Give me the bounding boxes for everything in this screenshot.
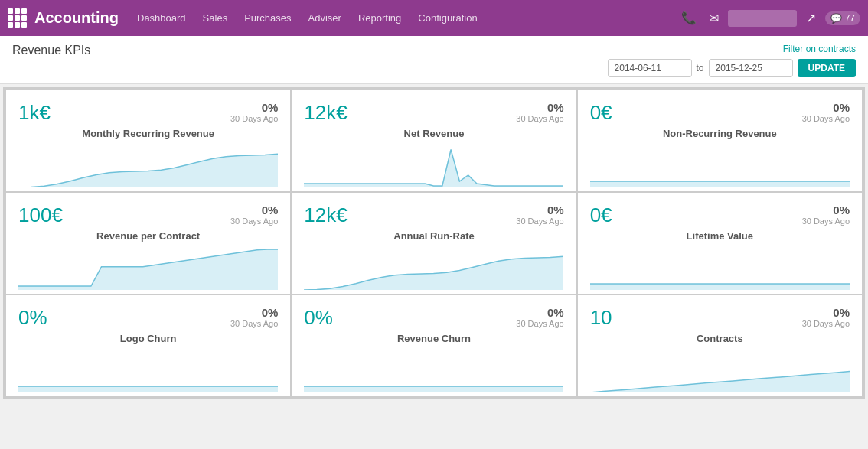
kpi-percent-logo-churn: 0% [230, 306, 278, 319]
kpi-stats-lifetime-value: 0% 30 Days Ago [802, 203, 850, 226]
brand[interactable]: Accounting [8, 8, 119, 28]
kpi-label-net-revenue: Net Revenue [304, 128, 563, 139]
kpi-card-logo-churn[interactable]: 0% 0% 30 Days Ago Logo Churn [6, 295, 290, 396]
nav-item-sales[interactable]: Sales [195, 8, 236, 28]
kpi-stats-mrr: 0% 30 Days Ago [230, 101, 278, 123]
kpi-value-contracts: 10 [590, 306, 612, 330]
page-title: Revenue KPIs [12, 44, 90, 57]
kpi-percent-lifetime-value: 0% [802, 203, 850, 216]
kpi-top-row: 0% 0% 30 Days Ago [18, 306, 278, 330]
kpi-label-mrr: Monthly Recurring Revenue [18, 128, 278, 139]
kpi-chart-mrr [18, 145, 278, 191]
kpi-value-lifetime-value: 0€ [590, 203, 612, 227]
external-link-icon[interactable]: ↗ [803, 8, 819, 28]
kpi-card-revenue-churn[interactable]: 0% 0% 30 Days Ago Revenue Churn [292, 295, 576, 396]
kpi-percent-revenue-per-contract: 0% [230, 203, 278, 216]
kpi-card-lifetime-value[interactable]: 0€ 0% 30 Days Ago Lifetime Value [578, 193, 862, 294]
topnav-actions: 📞 ✉ ↗ 💬 77 [678, 8, 860, 28]
kpi-chart-lifetime-value [590, 248, 850, 294]
notification-badge[interactable]: 💬 77 [825, 11, 860, 25]
kpi-label-revenue-churn: Revenue Churn [304, 333, 563, 344]
mail-icon[interactable]: ✉ [706, 8, 722, 28]
update-button[interactable]: UPDATE [798, 59, 856, 77]
header-controls: Filter on contracts to UPDATE [608, 44, 856, 77]
kpi-percent-mrr: 0% [230, 101, 278, 114]
kpi-value-revenue-churn: 0% [304, 306, 333, 330]
kpi-label-non-recurring: Non-Recurring Revenue [590, 128, 850, 139]
nav-item-adviser[interactable]: Adviser [301, 8, 349, 28]
kpi-stats-revenue-per-contract: 0% 30 Days Ago [230, 203, 278, 226]
date-range-controls: to UPDATE [608, 59, 856, 77]
kpi-top-row: 0€ 0% 30 Days Ago [590, 101, 850, 125]
kpi-card-net-revenue[interactable]: 12k€ 0% 30 Days Ago Net Revenue [292, 90, 576, 191]
kpi-days-net-revenue: 30 Days Ago [516, 114, 563, 123]
kpi-label-annual-run-rate: Annual Run-Rate [304, 230, 563, 242]
search-input[interactable] [728, 10, 797, 27]
kpi-chart-revenue-churn [304, 350, 563, 396]
kpi-chart-annual-run-rate [304, 248, 563, 294]
filter-on-contracts-link[interactable]: Filter on contracts [783, 44, 856, 54]
kpi-stats-non-recurring: 0% 30 Days Ago [802, 101, 850, 123]
kpi-stats-revenue-churn: 0% 30 Days Ago [516, 306, 563, 328]
kpi-days-contracts: 30 Days Ago [802, 319, 850, 328]
kpi-chart-revenue-per-contract [18, 248, 278, 294]
nav-item-dashboard[interactable]: Dashboard [129, 8, 194, 28]
kpi-days-non-recurring: 30 Days Ago [802, 114, 850, 123]
kpi-value-revenue-per-contract: 100€ [18, 203, 63, 227]
kpi-top-row: 12k€ 0% 30 Days Ago [304, 203, 563, 227]
kpi-stats-contracts: 0% 30 Days Ago [802, 306, 850, 328]
kpi-stats-logo-churn: 0% 30 Days Ago [230, 306, 278, 328]
kpi-top-row: 12k€ 0% 30 Days Ago [304, 101, 563, 125]
app-menu-icon[interactable] [8, 8, 27, 28]
kpi-days-revenue-per-contract: 30 Days Ago [230, 216, 278, 226]
kpi-chart-non-recurring [590, 145, 850, 191]
kpi-label-contracts: Contracts [590, 333, 850, 344]
kpi-card-mrr[interactable]: 1k€ 0% 30 Days Ago Monthly Recurring Rev… [6, 90, 290, 191]
kpi-card-non-recurring[interactable]: 0€ 0% 30 Days Ago Non-Recurring Revenue [578, 90, 862, 191]
kpi-value-net-revenue: 12k€ [304, 101, 347, 125]
date-from-input[interactable] [608, 59, 692, 77]
phone-icon[interactable]: 📞 [678, 8, 700, 28]
kpi-value-annual-run-rate: 12k€ [304, 203, 347, 227]
kpi-top-row: 100€ 0% 30 Days Ago [18, 203, 278, 227]
kpi-stats-annual-run-rate: 0% 30 Days Ago [516, 203, 563, 226]
kpi-top-row: 0€ 0% 30 Days Ago [590, 203, 850, 227]
kpi-days-lifetime-value: 30 Days Ago [802, 216, 850, 226]
to-label: to [697, 63, 704, 73]
kpi-days-revenue-churn: 30 Days Ago [516, 319, 563, 328]
brand-name: Accounting [34, 9, 119, 27]
kpi-value-mrr: 1k€ [18, 101, 51, 125]
kpi-chart-net-revenue [304, 145, 563, 191]
kpi-label-lifetime-value: Lifetime Value [590, 230, 850, 242]
kpi-percent-revenue-churn: 0% [516, 306, 563, 319]
kpi-label-revenue-per-contract: Revenue per Contract [18, 230, 278, 242]
kpi-chart-contracts [590, 350, 850, 396]
kpi-chart-logo-churn [18, 350, 278, 396]
kpi-top-row: 10 0% 30 Days Ago [590, 306, 850, 330]
kpi-top-row: 0% 0% 30 Days Ago [304, 306, 563, 330]
kpi-card-annual-run-rate[interactable]: 12k€ 0% 30 Days Ago Annual Run-Rate [292, 193, 576, 294]
page-header: Revenue KPIs Filter on contracts to UPDA… [0, 36, 868, 84]
nav-item-configuration[interactable]: Configuration [410, 8, 485, 28]
kpi-top-row: 1k€ 0% 30 Days Ago [18, 101, 278, 125]
kpi-percent-annual-run-rate: 0% [516, 203, 563, 216]
top-navigation: Accounting Dashboard Sales Purchases Adv… [0, 0, 868, 36]
kpi-percent-net-revenue: 0% [516, 101, 563, 114]
date-to-input[interactable] [709, 59, 793, 77]
kpi-days-logo-churn: 30 Days Ago [230, 319, 278, 328]
kpi-label-logo-churn: Logo Churn [18, 333, 278, 344]
nav-item-reporting[interactable]: Reporting [351, 8, 409, 28]
kpi-card-revenue-per-contract[interactable]: 100€ 0% 30 Days Ago Revenue per Contract [6, 193, 290, 294]
kpi-percent-contracts: 0% [802, 306, 850, 319]
nav-item-purchases[interactable]: Purchases [237, 8, 299, 28]
kpi-grid: 1k€ 0% 30 Days Ago Monthly Recurring Rev… [3, 87, 865, 399]
kpi-stats-net-revenue: 0% 30 Days Ago [516, 101, 563, 123]
kpi-value-non-recurring: 0€ [590, 101, 612, 125]
kpi-days-mrr: 30 Days Ago [230, 114, 278, 123]
kpi-days-annual-run-rate: 30 Days Ago [516, 216, 563, 226]
kpi-percent-non-recurring: 0% [802, 101, 850, 114]
kpi-card-contracts[interactable]: 10 0% 30 Days Ago Contracts [578, 295, 862, 396]
kpi-value-logo-churn: 0% [18, 306, 47, 330]
nav-menu: Dashboard Sales Purchases Adviser Report… [129, 8, 675, 28]
